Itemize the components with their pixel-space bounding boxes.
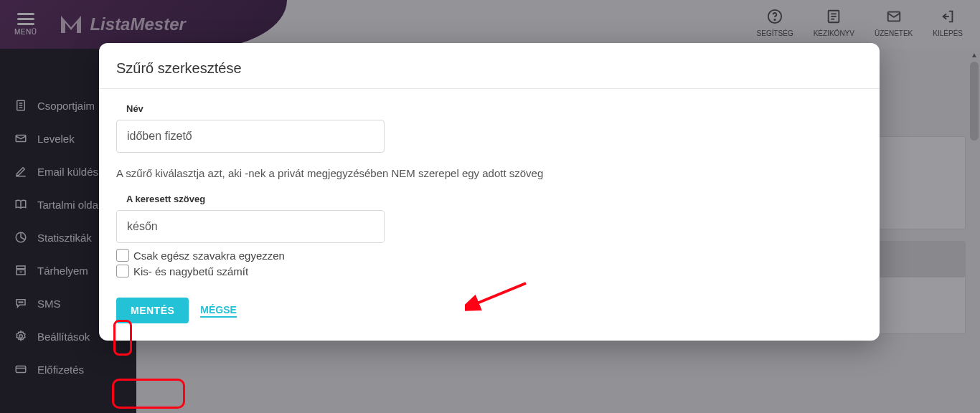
search-field-label: A keresett szöveg xyxy=(126,194,862,204)
checkbox-group: Csak egész szavakra egyezzen Kis- és nag… xyxy=(116,249,862,277)
cancel-link[interactable]: MÉGSE xyxy=(200,304,237,318)
filter-description: A szűrő kiválasztja azt, aki -nek a priv… xyxy=(116,167,862,179)
whole-words-label: Csak egész szavakra egyezzen xyxy=(133,250,285,262)
checkbox-icon[interactable] xyxy=(116,249,129,262)
filter-edit-modal: Szűrő szerkesztése Név A szűrő kiválaszt… xyxy=(99,43,880,341)
case-sensitive-checkbox-row[interactable]: Kis- és nagybetű számít xyxy=(116,265,862,277)
modal-body: Név A szűrő kiválasztja azt, aki -nek a … xyxy=(99,89,880,341)
case-sensitive-label: Kis- és nagybetű számít xyxy=(133,265,248,277)
name-field-label: Név xyxy=(126,103,862,114)
modal-button-row: MENTÉS MÉGSE xyxy=(116,298,862,323)
save-button[interactable]: MENTÉS xyxy=(116,298,189,323)
modal-title: Szűrő szerkesztése xyxy=(99,43,880,89)
name-input[interactable] xyxy=(116,120,385,153)
search-text-input[interactable] xyxy=(116,210,385,243)
whole-words-checkbox-row[interactable]: Csak egész szavakra egyezzen xyxy=(116,249,862,262)
checkbox-icon[interactable] xyxy=(116,265,129,277)
